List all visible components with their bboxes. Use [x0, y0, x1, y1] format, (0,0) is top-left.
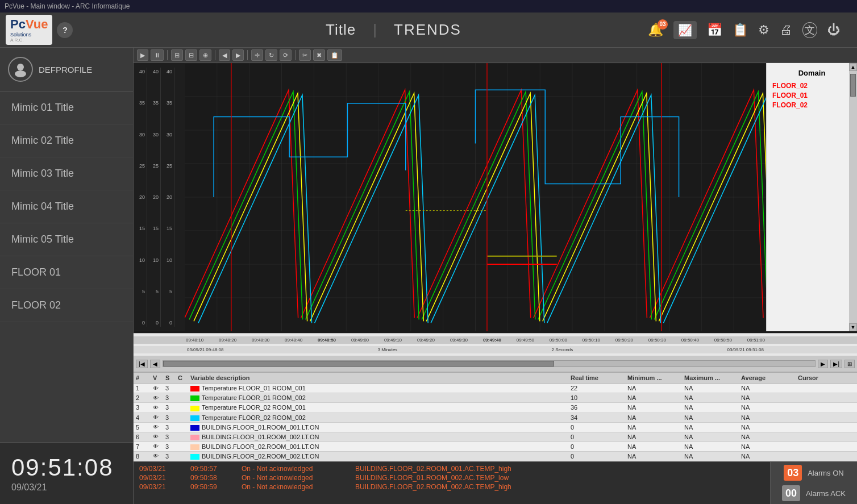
trend-area: ▶ ⏸ ⊞ ⊟ ⊕ ◀ ▶ ✛ ↻ ⟳ ✂ ✖ 📋: [134, 48, 857, 333]
chart-main[interactable]: [185, 63, 766, 331]
alarm-button[interactable]: 🔔 03: [648, 23, 663, 38]
table-row[interactable]: 4 👁 3 Temperature FLOOR_02 ROOM_002 34 N…: [134, 413, 857, 423]
legend-item-3: FLOOR_02: [772, 101, 851, 109]
svg-point-1: [15, 70, 26, 77]
trend-canvas: [185, 63, 766, 331]
sidebar-item-mimic01[interactable]: Mimic 01 Title: [0, 91, 133, 124]
sidebar-item-mimic02[interactable]: Mimic 02 Title: [0, 124, 133, 157]
timeline-first-button[interactable]: |◀: [136, 360, 148, 368]
alarm-1-time: 09:50:57: [190, 465, 230, 473]
table-row[interactable]: 3 👁 3 Temperature FLOOR_02 ROOM_001 36 N…: [134, 403, 857, 413]
pan-left-button[interactable]: ◀: [219, 49, 230, 61]
timeline-scrollbar[interactable]: [163, 360, 816, 367]
table-row[interactable]: 8 👁 3 BUILDING.FLOOR_02.ROOM_002.LT.ON 0…: [134, 452, 857, 461]
settings-button[interactable]: ⚙: [758, 23, 769, 38]
calendar-button[interactable]: 📅: [707, 23, 722, 38]
sidebar-item-floor01[interactable]: FLOOR 01: [0, 256, 133, 289]
y-axis-2: 40 35 30 25 20 15 10 5 0: [148, 68, 161, 327]
alarm-row-2: 09/03/21 09:50:58 On - Not acknowledged …: [139, 474, 764, 482]
refresh2-button[interactable]: ⟳: [280, 49, 292, 61]
help-button[interactable]: ?: [57, 22, 73, 38]
profile-name: DEFPROFILE: [39, 65, 92, 74]
alarm-2-tag: BUILDING.FLOOR_01.ROOM_002.AC.TEMP_low: [355, 474, 509, 482]
timeline-tick-labels: 09:48:10 09:48:20 09:48:30 09:48:40 09:4…: [185, 338, 766, 343]
table-row[interactable]: 7 👁 3 BUILDING.FLOOR_02.ROOM_001.LT.ON 0…: [134, 442, 857, 452]
sidebar-item-mimic05[interactable]: Mimic 05 Title: [0, 223, 133, 256]
alarm-status-box: 03 Alarms ON 00 Alarms ACK: [770, 462, 857, 504]
timeline-labels-row: 03/09/21 09:48:08 3 Minutes 2 Seconds 03…: [134, 346, 857, 353]
alarm-1-status: On - Not acknowledged: [242, 465, 344, 473]
alarm-3-date: 09/03/21: [139, 483, 179, 491]
header: PcVue Solutions A.R.C. ? Title | TRENDS …: [0, 13, 857, 48]
alarm-row-3: 09/03/21 09:50:59 On - Not acknowledged …: [139, 483, 764, 491]
alarm-badge: 03: [658, 19, 668, 30]
col-min: Minimum ...: [627, 374, 684, 381]
timeline-scroll-thumb[interactable]: [163, 361, 555, 366]
col-desc: Variable description: [190, 374, 571, 381]
nav-title: Title: [326, 21, 356, 39]
alarm-2-status: On - Not acknowledged: [242, 474, 344, 482]
alarm-2-date: 09/03/21: [139, 474, 179, 482]
timeline-next-button[interactable]: ▶: [818, 360, 828, 368]
copy-button[interactable]: 📋: [327, 49, 342, 61]
col-max: Maximum ...: [684, 374, 741, 381]
scroll-thumb[interactable]: [850, 74, 856, 97]
col-realtime: Real time: [571, 374, 627, 381]
table-row[interactable]: 5 👁 3 BUILDING.FLOOR_01.ROOM_001.LT.ON 0…: [134, 423, 857, 432]
translate-button[interactable]: 文: [802, 22, 817, 38]
cursor-button[interactable]: ✛: [251, 49, 263, 61]
pan-right-button[interactable]: ▶: [232, 49, 244, 61]
settings-icon: ⚙: [758, 23, 769, 38]
scroll-down-btn[interactable]: ▼: [849, 323, 857, 331]
zoom-out-button[interactable]: ⊟: [185, 49, 197, 61]
legend-scrollbar[interactable]: ▲ ▼: [849, 63, 857, 331]
print-button[interactable]: 🖨: [780, 23, 792, 38]
trend-toolbar: ▶ ⏸ ⊞ ⊟ ⊕ ◀ ▶ ✛ ↻ ⟳ ✂ ✖ 📋: [134, 48, 857, 63]
col-s: S: [165, 374, 178, 381]
play-button[interactable]: ▶: [137, 49, 148, 61]
header-icons: 🔔 03 📈 📅 📋 ⚙ 🖨 文 ⏻: [648, 21, 851, 39]
trend-button[interactable]: 📈: [673, 21, 697, 39]
table-row[interactable]: 6 👁 3 BUILDING.FLOOR_01.ROOM_002.LT.ON 0…: [134, 432, 857, 442]
alarm-row-1: 09/03/21 09:50:57 On - Not acknowledged …: [139, 465, 764, 473]
toolbar-sep-1: [167, 50, 168, 60]
close-button[interactable]: ✖: [313, 49, 325, 61]
trend-icon: 📈: [678, 23, 692, 37]
cut-button[interactable]: ✂: [299, 49, 311, 61]
timeline-grid-button[interactable]: ⊞: [844, 360, 855, 368]
alarm-1-date: 09/03/21: [139, 465, 179, 473]
table-row[interactable]: 2 👁 3 Temperature FLOOR_01 ROOM_002 10 N…: [134, 393, 857, 403]
report-icon: 📋: [733, 23, 748, 38]
timeline-2sec: 2 Seconds: [552, 347, 573, 352]
alarm-ack-count: 00: [782, 485, 800, 501]
window-title: PcVue - Main window - ARC Informatique: [5, 2, 130, 10]
timeline-last-button[interactable]: ▶|: [830, 360, 842, 368]
pause-button[interactable]: ⏸: [151, 49, 164, 61]
calendar-icon: 📅: [707, 23, 722, 38]
nav-separator: |: [373, 21, 377, 39]
report-button[interactable]: 📋: [733, 23, 748, 38]
zoom-fit-button[interactable]: ⊞: [171, 49, 183, 61]
sidebar-item-mimic03[interactable]: Mimic 03 Title: [0, 157, 133, 190]
timeline-ticks-row: 09:48:10 09:48:20 09:48:30 09:48:40 09:4…: [134, 336, 857, 344]
power-button[interactable]: ⏻: [827, 23, 840, 38]
alarm-on-label: Alarms ON: [808, 469, 844, 477]
header-nav: Title | TRENDS: [139, 21, 648, 39]
toolbar-sep-4: [295, 50, 296, 60]
clock-time: 09:51:08: [11, 454, 122, 481]
timeline-period-labels: 03/09/21 09:48:08 3 Minutes 2 Seconds 03…: [185, 347, 766, 352]
alarm-on-count: 03: [784, 465, 802, 481]
chart-legend: Domain FLOOR_02 FLOOR_01 FLOOR_02 ▲ ▼: [766, 63, 857, 331]
scroll-up-btn[interactable]: ▲: [849, 63, 857, 71]
table-row[interactable]: 1 👁 3 Temperature FLOOR_01 ROOM_001 22 N…: [134, 384, 857, 393]
timeline-end: 03/09/21 09:51:08: [727, 347, 764, 352]
zoom-in-button[interactable]: ⊕: [199, 49, 211, 61]
col-cursor: Cursor: [798, 374, 855, 381]
clock-area: 09:51:08 09/03/21: [0, 442, 133, 504]
timeline-prev-button[interactable]: ◀: [150, 360, 160, 368]
toolbar-sep-3: [247, 50, 248, 60]
refresh-button[interactable]: ↻: [265, 49, 277, 61]
sidebar-item-mimic04[interactable]: Mimic 04 Title: [0, 190, 133, 223]
logo-solutions: Solutions: [10, 32, 48, 38]
sidebar-item-floor02[interactable]: FLOOR 02: [0, 289, 133, 322]
